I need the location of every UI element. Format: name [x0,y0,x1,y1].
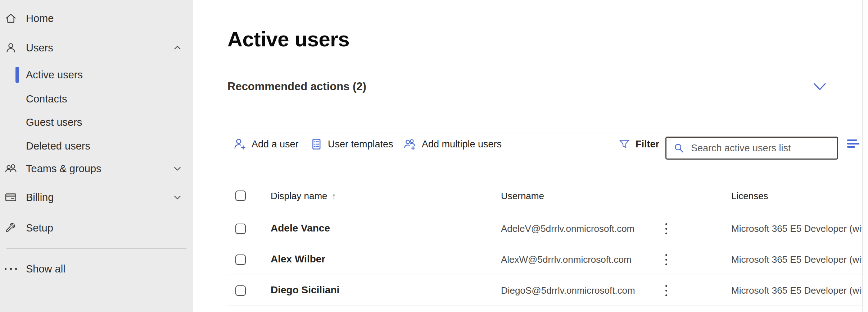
button-label: User templates [328,139,393,150]
sidebar-item-label: Billing [26,192,54,203]
sidebar-item-teams-groups[interactable]: Teams & groups [0,158,193,179]
username-cell: DiegoS@5drrlv.onmicrosoft.com [501,285,635,296]
sidebar-item-label: Show all [26,263,65,275]
sidebar-item-guest-users[interactable]: Guest users [0,112,193,133]
more-actions-icon[interactable] [661,221,672,237]
person-icon [3,40,19,56]
command-bar: Add a user User templates [227,134,868,155]
select-all-checkbox[interactable] [235,191,246,201]
username-cell: AdeleV@5drrlv.onmicrosoft.com [501,223,634,234]
sidebar-item-label: Deleted users [26,140,90,152]
sidebar-item-label: Setup [26,222,53,234]
sidebar-item-billing[interactable]: Billing [0,187,193,208]
button-label: Add multiple users [422,139,502,150]
sidebar-item-show-all[interactable]: Show all [0,258,193,279]
people-add-icon [403,137,417,151]
person-add-icon [232,137,247,151]
recommended-actions-heading: Recommended actions (2) [227,80,366,93]
chevron-up-icon[interactable] [173,43,182,52]
table-row[interactable]: Diego Siciliani DiegoS@5drrlv.onmicrosof… [227,275,868,306]
column-header-licenses[interactable]: Licenses [731,191,768,202]
row-checkbox[interactable] [235,254,246,265]
wrench-icon [3,220,19,236]
row-checkbox[interactable] [235,224,246,234]
button-label: Filter [636,139,659,150]
username-cell: AlexW@5drrlv.onmicrosoft.com [501,254,632,265]
filter-funnel-icon [618,138,631,151]
sidebar-item-label: Contacts [26,93,67,105]
sidebar-item-users[interactable]: Users [0,37,193,58]
licenses-cell: Microsoft 365 E5 Developer (withou [731,285,862,296]
more-actions-icon[interactable] [661,252,672,267]
user-templates-button[interactable]: User templates [309,134,393,155]
search-icon [673,142,685,154]
home-icon [3,10,19,26]
sidebar-item-label: Teams & groups [26,163,101,175]
sidebar-item-label: Guest users [26,116,82,128]
template-list-icon [309,137,323,151]
button-label: Add a user [252,139,299,150]
active-indicator-bar [15,67,19,83]
sidebar-item-deleted-users[interactable]: Deleted users [0,136,193,156]
display-name-cell[interactable]: Adele Vance [271,222,330,234]
sidebar-item-label: Active users [26,69,83,81]
main-content: Active users Recommended actions (2) [193,0,868,312]
sort-ascending-icon: ↑ [332,191,336,201]
column-header-username[interactable]: Username [501,191,544,202]
sidebar-item-label: Home [26,13,54,24]
table-row[interactable]: Alex Wilber AlexW@5drrlv.onmicrosoft.com… [227,244,868,275]
search-box [665,137,838,160]
add-multiple-users-button[interactable]: Add multiple users [403,134,502,155]
sidebar-item-home[interactable]: Home [0,8,193,29]
vertical-scrollbar[interactable] [862,0,868,312]
sidebar: Home Users Active users Contacts Guest [0,0,193,312]
expand-chevron-down-icon[interactable] [813,82,827,92]
licenses-cell: Microsoft 365 E5 Developer (withou [731,254,862,265]
filter-button[interactable]: Filter [618,134,659,155]
table-header-row: Display name ↑ Username Licenses [227,180,868,213]
sidebar-divider [6,248,186,249]
sidebar-item-contacts[interactable]: Contacts [0,88,193,109]
chevron-down-icon[interactable] [173,164,182,173]
display-name-cell[interactable]: Alex Wilber [271,253,325,265]
more-actions-icon[interactable] [661,283,672,298]
ellipsis-icon [3,261,19,277]
recommended-actions-section: Recommended actions (2) [227,77,832,99]
display-name-cell[interactable]: Diego Siciliani [271,284,339,296]
column-label: Display name [271,191,327,202]
section-divider [227,72,832,72]
sidebar-item-setup[interactable]: Setup [0,217,193,238]
credit-card-icon [3,189,19,205]
licenses-cell: Microsoft 365 E5 Developer (withou [731,223,862,234]
m365-admin-active-users-page: Home Users Active users Contacts Guest [0,0,868,312]
row-checkbox[interactable] [235,285,246,296]
add-a-user-button[interactable]: Add a user [232,134,299,155]
section-divider [227,133,832,133]
column-header-display-name[interactable]: Display name ↑ [271,191,336,202]
table-row[interactable]: Adele Vance AdeleV@5drrlv.onmicrosoft.co… [227,213,868,244]
people-icon [3,161,19,176]
chevron-down-icon[interactable] [173,193,182,202]
sidebar-item-active-users[interactable]: Active users [0,64,193,85]
page-title: Active users [227,27,349,51]
sidebar-item-label: Users [26,42,53,54]
search-input[interactable] [690,142,825,154]
